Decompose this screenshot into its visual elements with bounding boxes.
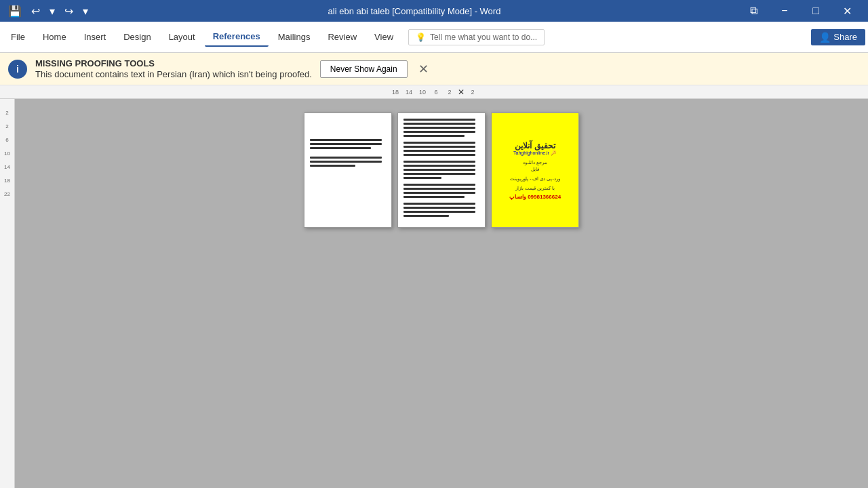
tab-insert[interactable]: Insert bbox=[76, 28, 115, 46]
tell-me-field[interactable]: 💡 Tell me what you want to do... bbox=[408, 29, 545, 45]
tab-review[interactable]: Review bbox=[319, 28, 365, 46]
page-3-ad: تحقیق آنلاین Tahghighonline.ir 🔑 مرجع دا… bbox=[491, 113, 579, 228]
title-bar: 💾 ↩ ▾ ↪ ▾ ali ebn abi taleb [Compatibili… bbox=[0, 0, 868, 22]
ribbon: File Home Insert Design Layout Reference… bbox=[0, 22, 868, 53]
document-area: تحقیق آنلاین Tahghighonline.ir 🔑 مرجع دا… bbox=[15, 99, 868, 488]
ruler-numbers: 18 14 10 6 2 ✕ 2 bbox=[389, 87, 479, 97]
vertical-ruler: 2 2 6 10 14 18 22 bbox=[0, 99, 15, 488]
tab-design[interactable]: Design bbox=[115, 28, 159, 46]
lightbulb-icon: 💡 bbox=[416, 33, 426, 42]
tab-mailings[interactable]: Mailings bbox=[270, 28, 319, 46]
save-icon[interactable]: 💾 bbox=[5, 3, 24, 19]
tell-me-label: Tell me what you want to do... bbox=[430, 33, 537, 42]
restore-button[interactable]: ⧉ bbox=[738, 0, 769, 22]
tab-home[interactable]: Home bbox=[35, 28, 75, 46]
window-title: ali ebn abi taleb [Compatibility Mode] -… bbox=[91, 6, 738, 16]
close-button[interactable]: ✕ bbox=[831, 0, 863, 22]
tab-file[interactable]: File bbox=[3, 28, 33, 46]
undo-icon[interactable]: ↩ bbox=[28, 3, 43, 19]
notification-message: This document contains text in Persian (… bbox=[35, 69, 312, 79]
page-1 bbox=[304, 113, 392, 228]
ad-line2: فایل bbox=[531, 167, 539, 172]
tab-layout[interactable]: Layout bbox=[161, 28, 203, 46]
main-area: 2 2 6 10 14 18 22 bbox=[0, 99, 868, 488]
ad-line3: ورد-پی دی اف - پاورپوینت bbox=[510, 176, 559, 182]
share-label: Share bbox=[833, 32, 857, 42]
ad-line4: با کمترین قیمت بازار bbox=[515, 186, 555, 191]
ad-line1: مرجع دانلـود bbox=[523, 160, 547, 165]
never-show-again-button[interactable]: Never Show Again bbox=[320, 60, 408, 78]
minimize-button[interactable]: − bbox=[769, 0, 800, 22]
ad-phone: 09981366624 واتساپ bbox=[509, 194, 561, 200]
notification-title: MISSING PROOFING TOOLS bbox=[35, 58, 312, 68]
ad-site: Tahghighonline.ir 🔑 bbox=[513, 150, 557, 156]
redo-icon[interactable]: ↪ bbox=[62, 3, 76, 19]
notification-bar: i MISSING PROOFING TOOLS This document c… bbox=[0, 53, 868, 85]
more-commands-icon[interactable]: ▾ bbox=[80, 3, 91, 19]
quick-access-toolbar: 💾 ↩ ▾ ↪ ▾ bbox=[5, 3, 91, 19]
pages-row: تحقیق آنلاین Tahghighonline.ir 🔑 مرجع دا… bbox=[304, 113, 579, 228]
maximize-button[interactable]: □ bbox=[800, 0, 831, 22]
notification-close-button[interactable]: ✕ bbox=[416, 59, 431, 79]
share-button[interactable]: 👤 Share bbox=[811, 29, 865, 45]
window-controls: ⧉ − □ ✕ bbox=[738, 0, 863, 22]
notification-info-icon: i bbox=[8, 60, 27, 79]
share-icon: 👤 bbox=[819, 32, 831, 43]
undo-dropdown-icon[interactable]: ▾ bbox=[47, 3, 58, 19]
page-2 bbox=[397, 113, 486, 228]
tab-references[interactable]: References bbox=[205, 27, 269, 47]
ad-title: تحقیق آنلاین bbox=[515, 141, 555, 150]
horizontal-ruler: 18 14 10 6 2 ✕ 2 bbox=[0, 85, 868, 99]
tab-view[interactable]: View bbox=[366, 28, 401, 46]
